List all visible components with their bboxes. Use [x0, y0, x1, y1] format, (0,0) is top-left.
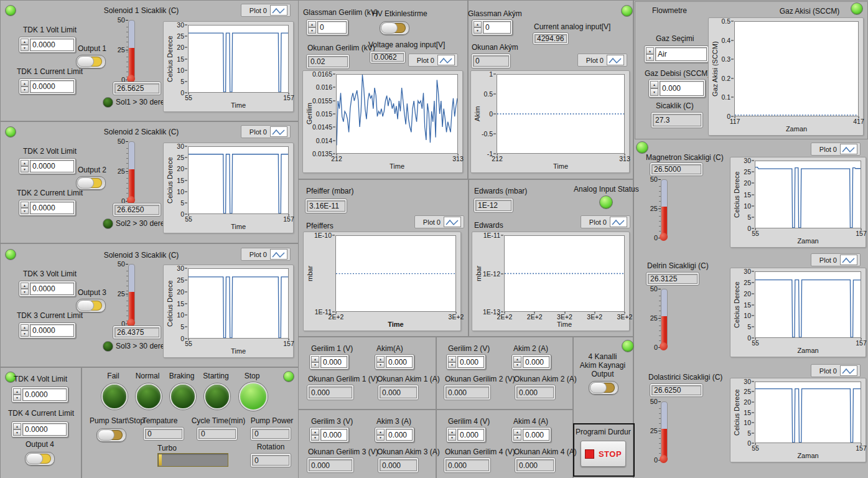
tdk1-current-input[interactable]: ▲▼ 0.0000 — [19, 78, 76, 95]
decrement-button[interactable]: ▼ — [21, 45, 29, 51]
decrement-button[interactable]: ▼ — [513, 435, 521, 441]
output2-toggle[interactable] — [76, 176, 106, 190]
value-field[interactable]: 0 — [483, 21, 511, 34]
akim3-set-input[interactable]: ▲▼ 0.000 — [375, 427, 414, 443]
edwards-plot-legend[interactable]: Plot 0 — [581, 215, 630, 228]
output3-toggle[interactable] — [76, 299, 106, 312]
value-field[interactable]: 0.0000 — [30, 202, 74, 214]
value-field[interactable]: 0.000 — [523, 356, 549, 368]
increment-button[interactable]: ▲ — [311, 356, 319, 362]
glassman-akim-input[interactable]: ▲▼ 0 — [472, 19, 513, 35]
output1-toggle[interactable] — [76, 55, 106, 68]
decrement-button[interactable]: ▼ — [13, 429, 21, 436]
increment-button[interactable]: ▲ — [308, 21, 316, 27]
delrin-plot-legend[interactable]: Plot 0 — [811, 253, 861, 266]
value-field[interactable]: 0 — [317, 21, 347, 34]
increment-button[interactable]: ▲ — [21, 80, 29, 87]
pump-start-stop-toggle[interactable] — [96, 428, 126, 442]
increment-button[interactable]: ▲ — [21, 202, 29, 208]
gerilim2-set-input[interactable]: ▲▼ 0.000 — [446, 354, 486, 370]
decrement-button[interactable]: ▼ — [448, 362, 456, 368]
value-field[interactable]: 0.000 — [386, 356, 413, 368]
toggle-knob — [77, 300, 94, 311]
decrement-button[interactable]: ▼ — [21, 208, 29, 214]
value-field[interactable]: 0.0000 — [30, 160, 74, 172]
akim4-set-input[interactable]: ▲▼ 0.000 — [511, 427, 551, 443]
akim1-set-input[interactable]: ▲▼ 0.000 — [375, 354, 414, 370]
sol1-plot-legend[interactable]: Plot 0 — [241, 4, 291, 17]
decrement-button[interactable]: ▼ — [21, 166, 29, 172]
increment-button[interactable]: ▲ — [311, 429, 319, 435]
value-field[interactable]: 0.000 — [523, 429, 549, 441]
akim-plot-legend[interactable]: Plot 0 — [577, 54, 627, 67]
increment-button[interactable]: ▲ — [21, 324, 29, 330]
increment-button[interactable]: ▲ — [513, 356, 521, 362]
value-field[interactable]: 0.0000 — [30, 80, 74, 93]
tdk4-current-input[interactable]: ▲▼ 0.0000 — [11, 421, 68, 438]
hv-enable-toggle[interactable] — [380, 21, 409, 35]
gaz-secimi-select[interactable]: ▲▼ Air — [644, 45, 709, 63]
value-field[interactable]: 0.0000 — [30, 324, 74, 337]
value-field[interactable]: 0.000 — [660, 81, 704, 96]
dolastirici-plot-legend[interactable]: Plot 0 — [811, 364, 861, 377]
decrement-button[interactable]: ▼ — [474, 27, 482, 34]
increment-button[interactable]: ▲ — [448, 429, 456, 435]
decrement-button[interactable]: ▼ — [513, 362, 521, 368]
decrement-button[interactable]: ▼ — [21, 87, 29, 93]
sol3-plot-legend[interactable]: Plot 0 — [241, 248, 291, 261]
value-field[interactable]: 0.000 — [457, 356, 484, 368]
decrement-button[interactable]: ▼ — [311, 435, 319, 441]
increment-button[interactable]: ▲ — [474, 21, 482, 27]
decrement-button[interactable]: ▼ — [650, 88, 658, 96]
tdk4-volt-input[interactable]: ▲▼ 0.0000 — [11, 387, 68, 403]
decrement-button[interactable]: ▼ — [646, 54, 654, 61]
value-field[interactable]: 0.000 — [457, 429, 484, 441]
value-field[interactable]: 0.000 — [320, 356, 347, 368]
increment-button[interactable]: ▲ — [376, 429, 385, 435]
gerilim1-set-input[interactable]: ▲▼ 0.000 — [309, 354, 349, 370]
decrement-button[interactable]: ▼ — [376, 362, 385, 368]
increment-button[interactable]: ▲ — [448, 356, 456, 362]
decrement-button[interactable]: ▼ — [376, 435, 385, 441]
decrement-button[interactable]: ▼ — [21, 289, 29, 295]
gerilim-plot-legend[interactable]: Plot 0 — [408, 54, 458, 67]
increment-button[interactable]: ▲ — [376, 356, 385, 362]
increment-button[interactable]: ▲ — [646, 47, 654, 54]
magnetron-plot-legend[interactable]: Plot 0 — [811, 143, 861, 156]
tdk2-current-input[interactable]: ▲▼ 0.0000 — [19, 200, 76, 216]
decrement-button[interactable]: ▼ — [308, 27, 316, 34]
pfeiffers-plot-legend[interactable]: Plot 0 — [414, 215, 464, 228]
increment-button[interactable]: ▲ — [21, 160, 29, 166]
increment-button[interactable]: ▲ — [13, 388, 21, 395]
glassman-gerilim-input[interactable]: ▲▼ 0 — [306, 19, 348, 35]
decrement-button[interactable]: ▼ — [448, 435, 456, 441]
output4-toggle[interactable] — [25, 452, 55, 466]
value-field[interactable]: Air — [655, 47, 707, 61]
increment-button[interactable]: ▲ — [21, 39, 29, 45]
gerilim3-set-input[interactable]: ▲▼ 0.000 — [309, 427, 349, 443]
tdk2-volt-input[interactable]: ▲▼ 0.0000 — [19, 158, 76, 174]
increment-button[interactable]: ▲ — [21, 283, 29, 289]
gerilim4-set-input[interactable]: ▲▼ 0.000 — [446, 427, 486, 443]
tdk3-current-input[interactable]: ▲▼ 0.0000 — [19, 322, 76, 339]
sol2-plot-legend[interactable]: Plot 0 — [241, 125, 291, 138]
increment-button[interactable]: ▲ — [650, 81, 658, 88]
decrement-button[interactable]: ▼ — [311, 362, 319, 368]
output4ch-toggle[interactable] — [589, 381, 618, 395]
value-field[interactable]: 0.0000 — [22, 423, 67, 436]
tdk1-volt-input[interactable]: ▲▼ 0.0000 — [19, 37, 76, 53]
value-field[interactable]: 0.0000 — [30, 39, 74, 51]
akim2-set-input[interactable]: ▲▼ 0.000 — [511, 354, 551, 370]
stop-button[interactable]: STOP — [581, 441, 626, 467]
output3-label: Output 3 — [70, 289, 114, 298]
value-field[interactable]: 0.000 — [320, 429, 347, 441]
increment-button[interactable]: ▲ — [13, 423, 21, 429]
gaz-debisi-input[interactable]: ▲▼ 0.000 — [648, 79, 706, 98]
decrement-button[interactable]: ▼ — [21, 330, 29, 337]
decrement-button[interactable]: ▼ — [13, 395, 21, 401]
tdk3-volt-input[interactable]: ▲▼ 0.0000 — [19, 281, 76, 297]
value-field[interactable]: 0.000 — [386, 429, 413, 441]
value-field[interactable]: 0.0000 — [30, 283, 74, 295]
value-field[interactable]: 0.0000 — [22, 388, 67, 401]
increment-button[interactable]: ▲ — [513, 429, 521, 435]
